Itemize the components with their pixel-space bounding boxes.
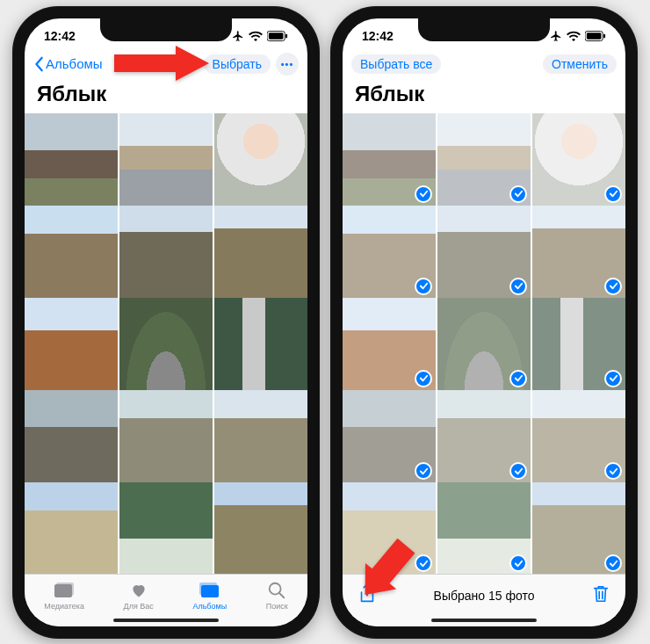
screen-right: 12:42 Выбрать все Отменить Яблык Выбрано… — [343, 18, 625, 626]
photo-thumbnail[interactable] — [532, 206, 625, 299]
album-title: Яблык — [25, 80, 307, 113]
photo-thumbnail[interactable] — [25, 113, 118, 206]
svg-rect-6 — [199, 582, 217, 595]
nav-bar-left: Альбомы Выбрать ••• — [25, 48, 307, 80]
photo-thumbnail[interactable] — [119, 390, 213, 483]
photo-grid[interactable] — [343, 113, 625, 574]
foryou-icon — [128, 581, 149, 600]
share-button[interactable] — [358, 583, 376, 608]
nav-bar-right: Выбрать все Отменить — [343, 48, 625, 80]
photo-thumbnail[interactable] — [214, 390, 307, 483]
photo-thumbnail[interactable] — [437, 390, 531, 483]
status-time: 12:42 — [44, 29, 76, 43]
photo-thumbnail[interactable] — [343, 113, 436, 206]
photo-thumbnail[interactable] — [119, 482, 213, 573]
tab-search[interactable]: Поиск — [266, 581, 288, 611]
home-indicator[interactable] — [113, 619, 219, 622]
tab-foryou[interactable]: Для Вас — [124, 581, 154, 611]
svg-rect-10 — [587, 33, 602, 39]
battery-icon — [267, 31, 288, 41]
svg-rect-11 — [603, 33, 605, 38]
chevron-left-icon — [33, 56, 46, 72]
tab-label: Альбомы — [192, 602, 227, 611]
photo-thumbnail[interactable] — [343, 482, 436, 573]
svg-line-8 — [279, 593, 285, 598]
home-indicator[interactable] — [431, 619, 537, 622]
photo-thumbnail[interactable] — [437, 113, 531, 206]
tab-library[interactable]: Медиатека — [44, 581, 84, 611]
photo-thumbnail[interactable] — [343, 298, 436, 391]
select-button[interactable]: Выбрать — [204, 54, 271, 74]
svg-rect-2 — [285, 33, 287, 38]
albums-icon — [199, 581, 220, 600]
photo-thumbnail[interactable] — [119, 298, 213, 391]
selection-checkmark — [415, 278, 432, 295]
photo-thumbnail[interactable] — [119, 206, 213, 299]
photo-thumbnail[interactable] — [343, 390, 436, 483]
notch — [418, 18, 550, 41]
phone-right: 12:42 Выбрать все Отменить Яблык Выбрано… — [330, 6, 638, 639]
status-time: 12:42 — [362, 29, 394, 43]
photo-thumbnail[interactable] — [214, 482, 307, 573]
photo-thumbnail[interactable] — [437, 298, 531, 391]
selection-status: Выбрано 15 фото — [434, 589, 535, 603]
svg-rect-1 — [269, 33, 284, 39]
wifi-icon — [567, 31, 581, 41]
photo-grid[interactable] — [25, 113, 307, 574]
photo-thumbnail[interactable] — [25, 390, 118, 483]
photo-thumbnail[interactable] — [343, 206, 436, 299]
back-label: Альбомы — [46, 56, 103, 71]
photo-thumbnail[interactable] — [25, 298, 118, 391]
wifi-icon — [249, 31, 263, 41]
notch — [100, 18, 232, 41]
tab-label: Медиатека — [44, 602, 84, 611]
selection-checkmark — [509, 278, 527, 295]
selection-checkmark — [509, 462, 527, 480]
share-icon — [358, 583, 376, 604]
photo-thumbnail[interactable] — [437, 482, 531, 573]
delete-button[interactable] — [592, 584, 610, 607]
svg-rect-4 — [56, 582, 74, 596]
photo-thumbnail[interactable] — [119, 113, 213, 206]
selection-checkmark — [509, 554, 527, 572]
phone-left: 12:42 Альбомы Выбрать ••• Яблык Медиатек… — [12, 6, 320, 639]
photo-thumbnail[interactable] — [532, 298, 625, 391]
photo-thumbnail[interactable] — [214, 298, 307, 391]
photo-thumbnail[interactable] — [214, 206, 307, 299]
tab-albums[interactable]: Альбомы — [192, 581, 227, 611]
screen-left: 12:42 Альбомы Выбрать ••• Яблык Медиатек… — [25, 18, 307, 626]
back-button[interactable]: Альбомы — [33, 56, 103, 72]
airplane-icon — [232, 30, 244, 42]
trash-icon — [592, 584, 610, 604]
selection-checkmark — [604, 370, 622, 387]
selection-checkmark — [509, 370, 527, 387]
photo-thumbnail[interactable] — [25, 206, 118, 299]
airplane-icon — [550, 30, 562, 42]
selection-checkmark — [604, 185, 622, 203]
photo-thumbnail[interactable] — [532, 113, 625, 206]
album-title: Яблык — [343, 80, 625, 113]
battery-icon — [585, 31, 606, 41]
selection-checkmark — [604, 462, 622, 480]
selection-checkmark — [604, 554, 622, 572]
tab-label: Для Вас — [124, 602, 154, 611]
photo-thumbnail[interactable] — [214, 113, 307, 206]
selection-checkmark — [604, 278, 622, 295]
photo-thumbnail[interactable] — [437, 206, 531, 299]
selection-checkmark — [415, 462, 432, 480]
selection-checkmark — [415, 185, 432, 203]
tab-label: Поиск — [266, 602, 288, 611]
cancel-button[interactable]: Отменить — [543, 54, 617, 74]
select-all-button[interactable]: Выбрать все — [351, 54, 441, 74]
selection-checkmark — [415, 370, 432, 387]
library-icon — [54, 581, 75, 600]
photo-thumbnail[interactable] — [532, 482, 625, 573]
selection-checkmark — [509, 185, 527, 203]
photo-thumbnail[interactable] — [532, 390, 625, 483]
more-button[interactable]: ••• — [276, 53, 299, 76]
status-indicators — [550, 30, 606, 42]
status-indicators — [232, 30, 288, 42]
search-icon — [266, 581, 287, 600]
photo-thumbnail[interactable] — [25, 482, 118, 573]
selection-checkmark — [415, 554, 432, 572]
